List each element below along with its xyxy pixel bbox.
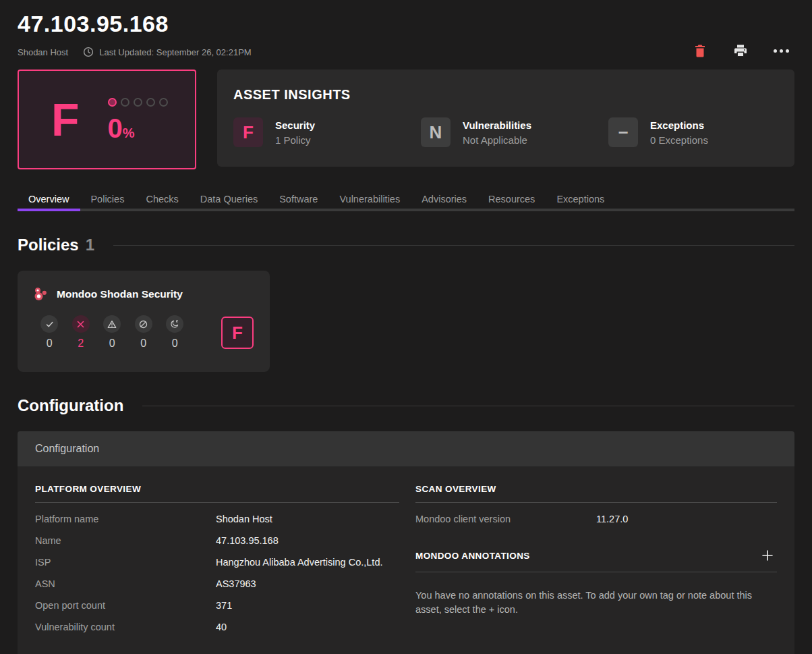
- warning-triangle-icon: [103, 315, 121, 333]
- policy-stats: 0 2 0 0: [34, 315, 254, 350]
- tab-policies[interactable]: Policies: [80, 190, 135, 209]
- grade-dot: [134, 98, 142, 107]
- security-grade-badge: F: [233, 117, 263, 147]
- table-row: Open port count 371: [35, 595, 399, 616]
- more-options-button[interactable]: [769, 40, 793, 61]
- trash-icon: [694, 44, 706, 57]
- plus-icon: [761, 549, 774, 562]
- tab-track: [18, 209, 794, 211]
- insight-label: Security: [275, 119, 315, 131]
- stat-snoozed: 0: [159, 315, 191, 350]
- last-updated: Last Updated: September 26, 02:21PM: [83, 47, 251, 57]
- asset-type-label: Shodan Host: [18, 47, 68, 57]
- active-tab-indicator: [18, 209, 80, 211]
- stat-failed: 2: [65, 315, 97, 350]
- tab-exceptions[interactable]: Exceptions: [546, 190, 615, 209]
- exceptions-badge minus-icon: −: [608, 117, 638, 147]
- delete-button[interactable]: [688, 40, 712, 61]
- stat-passed: 0: [34, 315, 65, 350]
- insight-label: Exceptions: [650, 119, 708, 131]
- asset-insights-items: F Security 1 Policy N Vulnerabilities No…: [233, 117, 778, 147]
- grade-detail: 0%: [108, 98, 168, 142]
- insight-vulnerabilities: N Vulnerabilities Not Applicable: [421, 117, 608, 147]
- page-header: 47.103.95.168 Shodan Host Last Updated: …: [18, 11, 794, 59]
- configuration-card-header: Configuration: [18, 431, 794, 466]
- tab-checks[interactable]: Checks: [135, 190, 189, 209]
- last-updated-text: Last Updated: September 26, 02:21PM: [99, 47, 251, 57]
- asset-grade-letter: F: [51, 97, 80, 142]
- table-row: ASN AS37963: [35, 573, 399, 595]
- annotations-empty-text: You have no annotations on this asset. T…: [415, 589, 777, 617]
- stat-disabled: 0: [128, 315, 160, 350]
- policies-count: 1: [86, 236, 94, 254]
- scan-overview-column: SCAN OVERVIEW Mondoo client version 11.2…: [415, 484, 777, 638]
- insight-exceptions: − Exceptions 0 Exceptions: [608, 117, 778, 147]
- tab-overview[interactable]: Overview: [18, 190, 80, 209]
- grade-dot-filled: [108, 98, 117, 107]
- print-button[interactable]: [728, 40, 753, 61]
- divider: [142, 406, 794, 406]
- tab-software[interactable]: Software: [268, 190, 328, 209]
- policy-icon: [34, 287, 49, 302]
- fail-x-icon: [72, 315, 90, 333]
- table-row: Platform name Shodan Host: [35, 508, 399, 530]
- policy-grade-badge: F: [221, 317, 254, 349]
- snoozed-icon: [166, 315, 183, 333]
- tab-resources[interactable]: Resources: [477, 190, 546, 209]
- tab-data-queries[interactable]: Data Queries: [190, 190, 268, 209]
- insight-label: Vulnerabilities: [463, 119, 531, 131]
- check-icon: [40, 315, 58, 333]
- table-row: Mondoo client version 11.27.0: [415, 508, 777, 530]
- vulnerabilities-grade-badge: N: [421, 117, 451, 147]
- printer-icon: [734, 44, 747, 57]
- configuration-card: Configuration PLATFORM OVERVIEW Platform…: [18, 431, 794, 654]
- stat-errors: 0: [96, 315, 128, 350]
- page-title: 47.103.95.168: [18, 11, 794, 37]
- table-row: Vulnerability count 40: [35, 616, 399, 638]
- asset-meta-row: Shodan Host Last Updated: September 26, …: [18, 45, 794, 59]
- grade-dot: [146, 98, 155, 107]
- policy-title: Mondoo Shodan Security: [57, 288, 183, 300]
- policies-section-heading: Policies 1: [18, 236, 794, 254]
- insight-security: F Security 1 Policy: [233, 117, 421, 147]
- grade-dot: [159, 98, 168, 107]
- configuration-title: Configuration: [18, 396, 123, 415]
- table-row: ISP Hangzhou Alibaba Advertising Co.,Ltd…: [35, 551, 399, 573]
- mondoo-annotations-heading: MONDOO ANNOTATIONS: [415, 547, 777, 572]
- blocked-icon: [135, 315, 152, 333]
- grade-dots: [108, 98, 168, 107]
- tab-bar: Overview Policies Checks Data Queries So…: [18, 190, 794, 211]
- divider: [113, 245, 794, 246]
- table-row: Name 47.103.95.168: [35, 530, 399, 551]
- scan-overview-heading: SCAN OVERVIEW: [415, 484, 777, 503]
- top-section: F 0% ASSET INSIGHTS F Security: [18, 70, 794, 169]
- add-annotation-button[interactable]: [758, 547, 777, 564]
- asset-insights-panel: ASSET INSIGHTS F Security 1 Policy N Vul…: [217, 70, 794, 167]
- asset-insights-title: ASSET INSIGHTS: [233, 87, 778, 103]
- tab-vulnerabilities[interactable]: Vulnerabilities: [328, 190, 411, 209]
- tab-advisories[interactable]: Advisories: [411, 190, 477, 209]
- policies-title: Policies: [18, 236, 79, 254]
- clock-icon: [83, 47, 94, 57]
- insight-sub: 0 Exceptions: [650, 134, 708, 146]
- grade-dot: [121, 98, 129, 107]
- asset-score: 0%: [108, 115, 168, 142]
- asset-detail-page: 47.103.95.168 Shodan Host Last Updated: …: [0, 0, 812, 654]
- configuration-card-title: Configuration: [35, 443, 99, 455]
- asset-grade-card: F 0%: [18, 70, 196, 169]
- ellipsis-icon: [774, 49, 789, 53]
- configuration-section-heading: Configuration: [18, 396, 794, 415]
- insight-sub: Not Applicable: [463, 134, 531, 146]
- policy-card-mondoo-shodan-security[interactable]: Mondoo Shodan Security 0 2 0: [18, 271, 270, 372]
- header-actions: [688, 40, 793, 61]
- platform-overview-column: PLATFORM OVERVIEW Platform name Shodan H…: [35, 484, 399, 638]
- insight-sub: 1 Policy: [275, 134, 315, 146]
- platform-overview-heading: PLATFORM OVERVIEW: [35, 484, 399, 503]
